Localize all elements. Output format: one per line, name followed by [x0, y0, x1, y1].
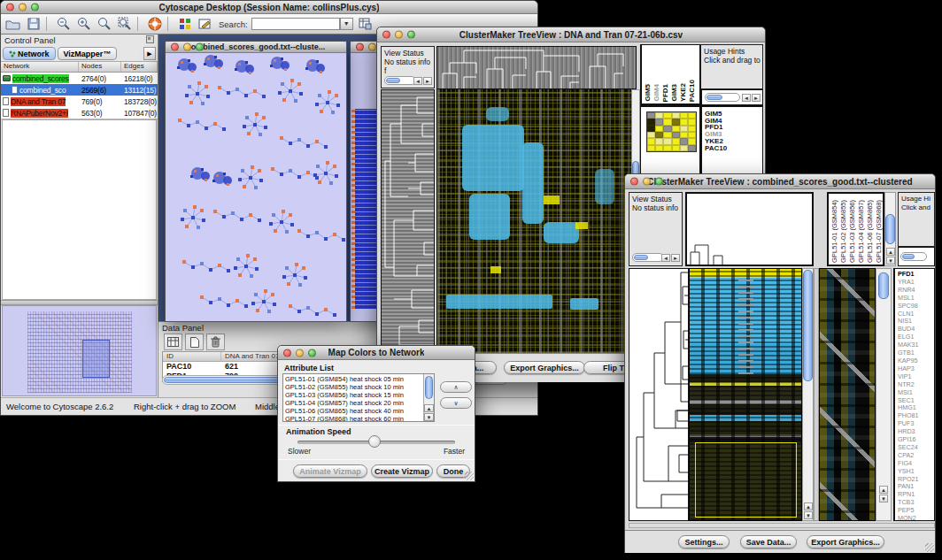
- attribute-option[interactable]: GPL51-03 (GSM856) heat shock 15 min: [283, 391, 423, 399]
- open-session-icon[interactable]: [4, 16, 21, 33]
- scroll-thumb[interactable]: [706, 95, 722, 100]
- scroll-thumb[interactable]: [425, 376, 433, 399]
- zoom-window-icon[interactable]: [196, 43, 204, 51]
- col-network[interactable]: Network: [1, 62, 79, 72]
- tv1-export-graphics-button[interactable]: Export Graphics...: [504, 361, 585, 374]
- scroll-thumb[interactable]: [885, 214, 895, 244]
- close-icon[interactable]: [171, 43, 179, 51]
- scroll-left-icon[interactable]: ◄: [742, 94, 751, 102]
- scroll-left-icon[interactable]: ◄: [413, 77, 422, 85]
- listbox-vscrollbar[interactable]: ▲ ▼: [423, 374, 434, 421]
- zoom-window-icon[interactable]: [655, 178, 663, 186]
- scroll-thumb[interactable]: [878, 272, 889, 299]
- network-window-titlebar[interactable]: combined_scores_good.txt--cluste...: [166, 42, 346, 53]
- tv2-zoom-heatmap[interactable]: [819, 268, 876, 521]
- scroll-down-icon[interactable]: ▼: [804, 511, 813, 519]
- search-dropdown-icon[interactable]: ▼: [340, 18, 353, 30]
- scroll-right-icon[interactable]: ►: [752, 94, 761, 102]
- annotation-icon[interactable]: [197, 16, 213, 33]
- search-input[interactable]: [251, 18, 340, 30]
- treeview2-titlebar[interactable]: ClusterMaker TreeView : combined_scores_…: [625, 174, 935, 189]
- zoom-window-icon[interactable]: [31, 4, 39, 12]
- scroll-up-icon[interactable]: ▲: [886, 248, 895, 256]
- save-session-icon[interactable]: [25, 16, 42, 33]
- attribute-option[interactable]: GPL51-06 (GSM865) heat shock 40 min: [283, 407, 423, 415]
- minimize-icon[interactable]: [296, 349, 304, 357]
- scroll-right-icon[interactable]: ►: [423, 77, 432, 85]
- resize-grip-icon[interactable]: [925, 543, 934, 552]
- network-table-header[interactable]: Network Nodes Edges: [1, 62, 158, 73]
- attr-col-id[interactable]: ID: [163, 352, 221, 361]
- close-icon[interactable]: [382, 31, 390, 39]
- tv2-hscroll-strip[interactable]: [629, 523, 935, 528]
- new-attribute-icon[interactable]: [185, 334, 204, 350]
- scroll-right-icon[interactable]: ►: [671, 254, 680, 262]
- tv1-row-dendrogram[interactable]: [381, 89, 435, 353]
- minimize-icon[interactable]: [643, 178, 651, 186]
- tv2-status-scrollbar[interactable]: [632, 253, 664, 262]
- minimize-icon[interactable]: [395, 31, 403, 39]
- network-row[interactable]: combined_scores 2764(0) 16218(0): [1, 73, 158, 84]
- col-edges[interactable]: Edges: [121, 62, 158, 72]
- tv2-row-dendrogram[interactable]: [629, 268, 689, 521]
- scroll-up-icon[interactable]: ▲: [424, 404, 434, 412]
- tv2-labels-vscrollbar[interactable]: ▲ ▼: [884, 192, 896, 266]
- zoom-out-icon[interactable]: [55, 16, 72, 33]
- main-title-bar[interactable]: Cytoscape Desktop (Session Name: collins…: [1, 1, 537, 14]
- network-row[interactable]: DNA and Tran 07 769(0) 183728(0): [1, 96, 158, 107]
- tv2-column-dendrogram-area[interactable]: [685, 192, 814, 266]
- float-panel-icon[interactable]: [146, 35, 154, 45]
- minimize-icon[interactable]: [183, 43, 191, 51]
- zoom-window-icon[interactable]: [308, 349, 316, 357]
- help-lifering-icon[interactable]: [146, 16, 163, 33]
- attribute-option[interactable]: GPL51-04 (GSM857) heat shock 20 min: [283, 399, 423, 407]
- treeview1-titlebar[interactable]: ClusterMaker TreeView : DNA and Tran 07-…: [377, 27, 765, 42]
- animate-vizmap-button[interactable]: Animate Vizmap: [293, 464, 367, 478]
- tab-network[interactable]: Network: [3, 47, 56, 60]
- scroll-thumb[interactable]: [386, 78, 400, 83]
- tv2-export-graphics-button[interactable]: Export Graphics...: [807, 535, 884, 548]
- scroll-down-icon[interactable]: ▼: [886, 257, 895, 265]
- scroll-thumb[interactable]: [634, 255, 648, 260]
- overview-viewport-rect[interactable]: [82, 340, 110, 378]
- delete-attribute-trash-icon[interactable]: [206, 334, 225, 350]
- tab-vizmapper[interactable]: VizMapper™: [58, 47, 118, 60]
- network-row[interactable]: RNAPuberNov2+I 563(0) 107847(0): [1, 107, 158, 119]
- heatmap-selection-rect[interactable]: [695, 442, 797, 518]
- attribute-option[interactable]: GPL51-02 (GSM855) heat shock 10 min: [283, 383, 423, 391]
- tv1-mini-heatmap[interactable]: [646, 111, 697, 152]
- zoom-window-icon[interactable]: [407, 31, 415, 39]
- scroll-left-icon[interactable]: ◄: [661, 254, 670, 262]
- scroll-down-icon[interactable]: ▼: [424, 413, 434, 421]
- tab-overflow-arrow[interactable]: ▶: [143, 47, 156, 60]
- scroll-thumb[interactable]: [803, 270, 813, 381]
- attribute-select-icon[interactable]: [164, 334, 182, 350]
- col-nodes[interactable]: Nodes: [79, 62, 121, 72]
- tv2-zoom-vscrollbar[interactable]: ▲ ▼: [876, 268, 892, 521]
- attribute-option[interactable]: GPL51-07 (GSM868) heat shock 60 min: [283, 415, 423, 422]
- close-icon[interactable]: [356, 43, 364, 51]
- tv2-heatmap-vscrollbar[interactable]: ▲ ▼: [802, 268, 814, 521]
- tv1-status-scrollbar[interactable]: [384, 76, 416, 85]
- dialog-titlebar[interactable]: Map Colors to Network: [278, 346, 475, 360]
- window-controls[interactable]: [6, 4, 39, 12]
- scroll-down-icon[interactable]: ▼: [879, 495, 888, 502]
- close-icon[interactable]: [6, 4, 14, 12]
- tv2-usage-scrollbar[interactable]: [900, 252, 927, 261]
- slider-thumb[interactable]: [368, 435, 381, 448]
- close-icon[interactable]: [283, 349, 291, 357]
- network-canvas[interactable]: [166, 54, 345, 320]
- tv1-main-heatmap[interactable]: [436, 89, 631, 353]
- resize-grip-icon[interactable]: [465, 472, 474, 480]
- move-down-button[interactable]: ∨: [440, 397, 472, 409]
- network-overview-panel[interactable]: [2, 305, 157, 396]
- scroll-up-icon[interactable]: ▲: [804, 502, 813, 510]
- network-row[interactable]: combined_sco 2569(6) 13112(15): [1, 84, 158, 96]
- zoom-selected-icon[interactable]: [96, 16, 112, 33]
- attribute-option[interactable]: GPL51-01 (GSM854) heat shock 05 min: [283, 375, 423, 383]
- scroll-thumb[interactable]: [902, 254, 915, 259]
- import-table-icon[interactable]: [357, 16, 374, 33]
- tv1-usage-scrollbar[interactable]: [705, 93, 740, 102]
- tv2-settings-button[interactable]: Settings...: [678, 535, 730, 548]
- attribute-listbox[interactable]: GPL51-01 (GSM854) heat shock 05 minGPL51…: [282, 373, 435, 422]
